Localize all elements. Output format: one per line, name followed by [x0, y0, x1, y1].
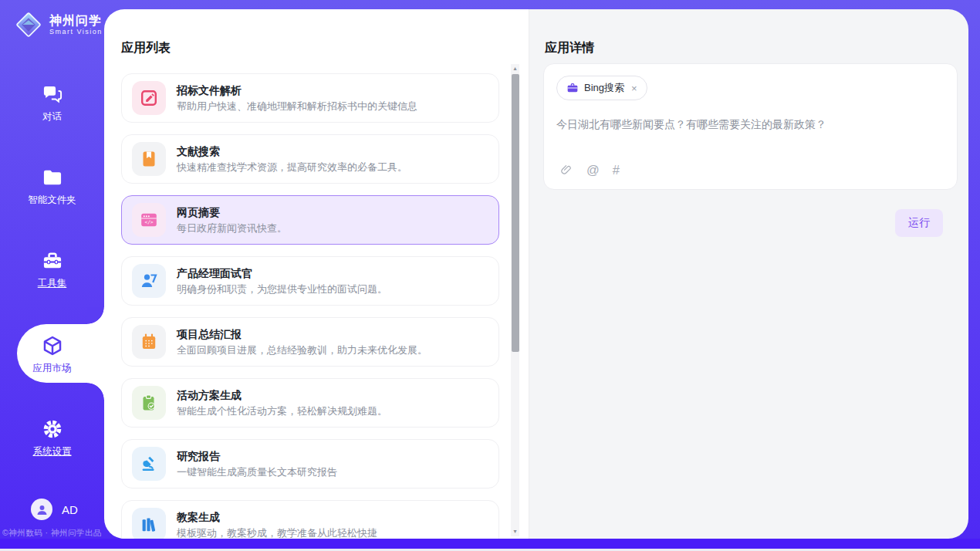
app-detail-title: 应用详情: [545, 40, 594, 56]
app-card-description: 每日政府新闻资讯快查。: [177, 221, 287, 235]
app-card-title: 网页摘要: [177, 205, 287, 219]
query-text[interactable]: 今日湖北有哪些新闻要点？有哪些需要关注的最新政策？: [556, 117, 945, 132]
sidebar-item-label: 对话: [42, 110, 62, 123]
app-card[interactable]: 项目总结汇报 全面回顾项目进展，总结经验教训，助力未来优化发展。: [121, 317, 499, 367]
app-card-title: 研究报告: [177, 449, 337, 463]
main-content: 应用列表 招标文件解析 帮助用户快速、准确地理解和解析招标书中的关键信息 文献搜…: [104, 9, 968, 539]
app-window: 神州问学 Smart Vision 对话 智能文件夹 工具集 应用市场 系统设置…: [0, 0, 980, 551]
sidebar-item-gear[interactable]: 系统设置: [0, 418, 104, 458]
active-nav-fillet-top: [87, 307, 104, 324]
sidebar-item-label: 系统设置: [33, 445, 72, 458]
app-card-title: 文献搜索: [177, 144, 407, 158]
composer-toolbar: @ #: [559, 163, 620, 177]
scroll-down-icon[interactable]: ▾: [511, 527, 519, 536]
cube-icon: [42, 335, 63, 357]
app-card-description: 帮助用户快速、准确地理解和解析招标书中的关键信息: [177, 100, 417, 113]
book-icon: [132, 142, 166, 176]
list-scrollbar[interactable]: ▴ ▾: [511, 64, 519, 536]
copyright-text: ©神州数码 · 神州问学出品: [0, 528, 104, 539]
sidebar-item-cube[interactable]: 应用市场: [0, 335, 104, 375]
brand-title: 神州问学: [49, 14, 103, 28]
app-card-description: 一键智能生成高质量长文本研究报告: [177, 465, 337, 478]
sidebar-item-toolbox[interactable]: 工具集: [0, 250, 104, 290]
briefcase-icon: [566, 82, 579, 94]
sidebar-item-label: 智能文件夹: [28, 194, 76, 207]
app-card[interactable]: </> 网页摘要 每日政府新闻资讯快查。: [121, 195, 499, 245]
tool-chip-bing-search[interactable]: Bing搜索 ×: [556, 76, 647, 100]
app-card[interactable]: 活动方案生成 智能生成个性化活动方案，轻松解决规划难题。: [121, 378, 499, 428]
bottom-accent-bar: [0, 539, 980, 549]
clipboard-check-icon: [132, 386, 166, 420]
sidebar-item-label: 工具集: [38, 277, 67, 290]
app-card[interactable]: 研究报告 一键智能生成高质量长文本研究报告: [121, 439, 499, 488]
app-card[interactable]: 招标文件解析 帮助用户快速、准确地理解和解析招标书中的关键信息: [121, 73, 499, 123]
sidebar-item-chat[interactable]: 对话: [0, 83, 104, 123]
app-card-title: 项目总结汇报: [177, 327, 427, 341]
active-nav-fillet-bottom: [87, 383, 104, 400]
app-card[interactable]: 教案生成 模板驱动，教案秒成，教学准备从此轻松快捷: [121, 500, 499, 539]
app-card-description: 快速精准查找学术资源，提高研究效率的必备工具。: [177, 161, 407, 174]
app-card-description: 全面回顾项目进展，总结经验教训，助力未来优化发展。: [177, 343, 427, 357]
scrollbar-thumb[interactable]: [512, 74, 519, 352]
app-card-title: 活动方案生成: [177, 388, 387, 402]
app-card-description: 模板驱动，教案秒成，教学准备从此轻松快捷: [177, 526, 377, 539]
run-button[interactable]: 运行: [895, 209, 943, 237]
diamond-logo-icon: [14, 10, 43, 39]
user-account[interactable]: AD: [31, 499, 78, 520]
brand-subtitle: Smart Vision: [49, 28, 103, 35]
app-card-description: 智能生成个性化活动方案，轻松解决规划难题。: [177, 404, 387, 417]
app-card-title: 教案生成: [177, 510, 377, 524]
app-card-description: 明确身份和职责，为您提供专业性的面试问题。: [177, 282, 387, 296]
app-card[interactable]: 产品经理面试官 明确身份和职责，为您提供专业性的面试问题。: [121, 256, 499, 306]
books-icon: [132, 508, 166, 539]
webpage-code-icon: </>: [132, 203, 166, 237]
chat-icon: [42, 83, 63, 105]
mention-icon[interactable]: @: [586, 163, 600, 177]
sidebar-item-label: 应用市场: [33, 362, 72, 375]
scroll-up-icon[interactable]: ▴: [511, 64, 519, 73]
toolbox-icon: [42, 250, 63, 272]
user-initials: AD: [62, 503, 78, 516]
sidebar: 神州问学 Smart Vision 对话 智能文件夹 工具集 应用市场 系统设置…: [0, 0, 104, 540]
prompt-card: Bing搜索 × 今日湖北有哪些新闻要点？有哪些需要关注的最新政策？ @ #: [543, 63, 958, 190]
gear-icon: [42, 418, 63, 440]
app-card[interactable]: 文献搜索 快速精准查找学术资源，提高研究效率的必备工具。: [121, 134, 499, 184]
doc-edit-icon: [132, 81, 166, 115]
microscope-icon: [132, 447, 166, 481]
app-detail-panel: 应用详情 Bing搜索 × 今日湖北有哪些新闻要点？有哪些需要关注的最新政策？ …: [529, 9, 968, 539]
brand-logo: 神州问学 Smart Vision: [14, 10, 103, 39]
folder-icon: [42, 167, 63, 188]
app-list-panel: 应用列表 招标文件解析 帮助用户快速、准确地理解和解析招标书中的关键信息 文献搜…: [104, 9, 529, 539]
interviewer-icon: [132, 264, 166, 298]
app-card-list: 招标文件解析 帮助用户快速、准确地理解和解析招标书中的关键信息 文献搜索 快速精…: [121, 73, 499, 539]
tool-chip-label: Bing搜索: [584, 81, 624, 95]
close-icon[interactable]: ×: [631, 83, 637, 94]
avatar: [31, 499, 52, 520]
app-card-title: 招标文件解析: [177, 83, 417, 97]
app-card-title: 产品经理面试官: [177, 266, 387, 280]
paperclip-icon[interactable]: [559, 163, 573, 177]
svg-text:</>: </>: [144, 219, 153, 225]
app-list-title: 应用列表: [121, 40, 171, 56]
sidebar-item-folder[interactable]: 智能文件夹: [0, 167, 104, 207]
hash-icon[interactable]: #: [613, 163, 620, 177]
calendar-note-icon: [132, 325, 166, 359]
